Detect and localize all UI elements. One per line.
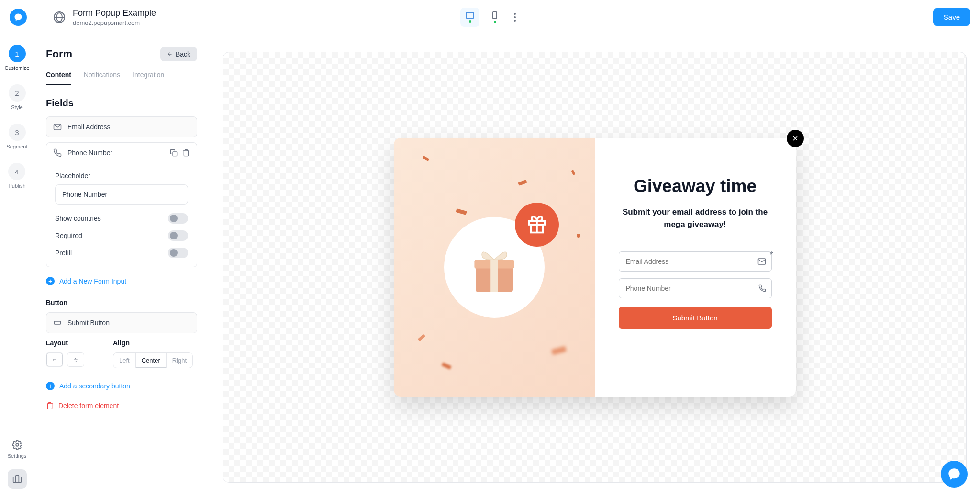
mail-icon <box>53 123 62 131</box>
trash-icon <box>46 402 54 409</box>
prefill-toggle[interactable] <box>168 248 188 258</box>
gift-illustration <box>444 217 545 318</box>
fields-title: Fields <box>46 98 197 109</box>
arrows-collapse-icon <box>72 357 79 362</box>
app-logo[interactable] <box>10 9 27 26</box>
prefill-label: Prefill <box>55 249 72 257</box>
globe-icon <box>54 11 65 23</box>
arrow-left-icon <box>167 51 173 57</box>
mobile-icon <box>492 11 497 19</box>
layout-horizontal-button[interactable] <box>46 352 63 367</box>
show-countries-toggle[interactable] <box>168 213 188 224</box>
panel-tabs: Content Notifications Integration <box>46 71 197 85</box>
popup-form-panel: Giveaway time Submit your email address … <box>595 138 796 397</box>
toolbox-button[interactable] <box>8 469 27 489</box>
add-secondary-button[interactable]: + Add a secondary button <box>46 382 197 390</box>
field-email[interactable]: Email Address <box>46 116 197 137</box>
gift-box-icon <box>463 236 525 298</box>
placeholder-input[interactable] <box>55 184 188 205</box>
close-icon <box>791 135 799 142</box>
settings-button[interactable]: Settings <box>8 440 27 459</box>
field-phone[interactable]: Phone Number <box>46 142 197 163</box>
device-mobile-button[interactable] <box>485 8 504 27</box>
popup-preview: Giveaway time Submit your email address … <box>394 138 796 397</box>
step-customize[interactable]: 1 Customize <box>5 45 30 71</box>
add-form-input-button[interactable]: + Add a New Form Input <box>46 277 197 285</box>
button-section-title: Button <box>46 299 197 307</box>
placeholder-label: Placeholder <box>55 172 188 180</box>
svg-rect-7 <box>490 260 498 292</box>
step-segment[interactable]: 3 Segment <box>6 124 27 149</box>
field-phone-settings: Placeholder Show countries Required Pref… <box>46 163 197 267</box>
svg-rect-3 <box>173 152 177 156</box>
svg-point-0 <box>16 443 19 446</box>
tab-integration[interactable]: Integration <box>133 71 164 85</box>
button-icon <box>53 318 62 327</box>
popup-submit-button[interactable]: Submit Button <box>619 307 772 329</box>
title-block: Form Popup Example demo2.popupsmart.com <box>73 8 156 26</box>
align-segmented: Left Center Right <box>113 352 193 368</box>
phone-icon <box>758 284 766 292</box>
more-button[interactable] <box>510 9 520 25</box>
step-rail: 1 Customize 2 Style 3 Segment 4 Publish … <box>0 34 34 500</box>
required-label: Required <box>55 232 82 239</box>
popup-phone-input[interactable] <box>619 278 772 298</box>
required-indicator: * <box>769 250 773 260</box>
canvas: Giveaway time Submit your email address … <box>209 34 980 500</box>
plus-icon: + <box>46 277 55 285</box>
chat-icon <box>947 467 961 481</box>
phone-icon <box>53 148 62 157</box>
device-desktop-button[interactable] <box>460 8 479 27</box>
popup-subtitle: Submit your email address to join the me… <box>619 206 772 230</box>
align-center-button[interactable]: Center <box>136 353 167 368</box>
desktop-icon <box>466 12 474 19</box>
layout-vertical-button[interactable] <box>67 352 84 367</box>
status-dot <box>494 21 496 23</box>
step-publish[interactable]: 4 Publish <box>8 163 25 189</box>
submit-button-item[interactable]: Submit Button <box>46 312 197 333</box>
svg-rect-4 <box>54 321 61 324</box>
gift-icon <box>526 214 547 235</box>
trash-icon[interactable] <box>182 149 190 157</box>
topbar: Form Popup Example demo2.popupsmart.com … <box>0 0 980 34</box>
align-right-button[interactable]: Right <box>167 353 192 368</box>
step-style[interactable]: 2 Style <box>9 84 26 110</box>
show-countries-label: Show countries <box>55 215 101 222</box>
preview-frame: Giveaway time Submit your email address … <box>223 52 967 483</box>
status-dot <box>469 20 471 23</box>
arrows-horizontal-icon <box>51 357 58 362</box>
svg-rect-1 <box>13 477 21 483</box>
tab-notifications[interactable]: Notifications <box>84 71 120 85</box>
copy-icon[interactable] <box>170 149 178 157</box>
panel-title: Form <box>46 48 72 60</box>
align-left-button[interactable]: Left <box>113 353 136 368</box>
tab-content[interactable]: Content <box>46 71 71 85</box>
gift-badge <box>515 203 559 247</box>
popup-close-button[interactable] <box>787 130 804 147</box>
device-switcher <box>460 8 520 27</box>
popup-image-panel <box>394 138 595 397</box>
gear-icon <box>12 440 22 450</box>
chat-fab[interactable] <box>941 461 968 488</box>
popup-email-input[interactable] <box>619 251 772 272</box>
mail-icon <box>757 257 766 266</box>
required-toggle[interactable] <box>168 230 188 241</box>
align-label: Align <box>113 339 193 347</box>
layout-label: Layout <box>46 339 84 347</box>
briefcase-icon <box>12 474 22 484</box>
back-button[interactable]: Back <box>160 47 197 61</box>
delete-form-element-button[interactable]: Delete form element <box>46 402 197 409</box>
save-button[interactable]: Save <box>933 8 970 26</box>
plus-icon: + <box>46 382 55 390</box>
page-title: Form Popup Example <box>73 8 156 18</box>
form-panel: Form Back Content Notifications Integrat… <box>34 34 209 500</box>
popup-title: Giveaway time <box>634 176 757 196</box>
page-subtitle: demo2.popupsmart.com <box>73 19 156 26</box>
